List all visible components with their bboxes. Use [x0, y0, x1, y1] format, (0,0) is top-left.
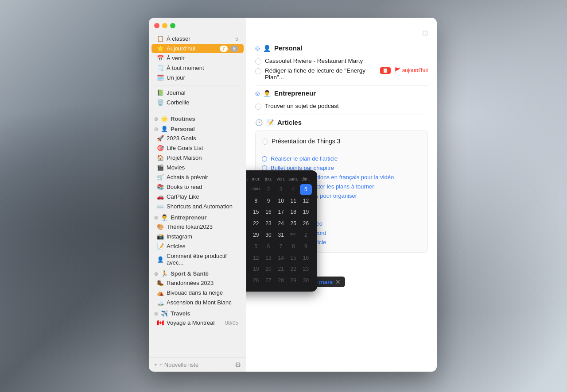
sidebar-item-theme[interactable]: 🎨 Thème lokan2023: [151, 222, 244, 231]
checkbox-podcast[interactable]: [255, 104, 261, 110]
cal-cell[interactable]: 25: [287, 218, 299, 229]
cal-cell[interactable]: 7: [275, 241, 287, 252]
cal-cell[interactable]: 29: [287, 275, 299, 286]
sidebar-item-carplay[interactable]: 🚗 CarPlay Like: [151, 192, 244, 201]
cal-cell[interactable]: 14: [275, 253, 287, 264]
sidebar-item-aclasser[interactable]: 📋 À classer 5: [151, 34, 244, 43]
task-presentation-header[interactable]: Présentation de Things 3: [262, 136, 421, 150]
cal-cell[interactable]: 22: [287, 264, 299, 275]
sidebar-item-movies[interactable]: 🎬 Movies: [151, 163, 244, 172]
cal-cell[interactable]: 9: [262, 196, 274, 207]
cal-cell[interactable]: 27: [262, 275, 274, 286]
deadline-close-button[interactable]: ✕: [335, 278, 341, 285]
cal-cell[interactable]: 6: [262, 241, 274, 252]
cal-cell-today[interactable]: 5: [300, 184, 312, 195]
checkbox-rediger[interactable]: [255, 68, 261, 74]
cal-cell[interactable]: 16: [262, 207, 274, 218]
cal-cell[interactable]: 9: [300, 241, 312, 252]
sidebar-item-lifegoals[interactable]: 🎯 Life Goals List: [151, 143, 244, 153]
cal-cell[interactable]: 25: [246, 275, 249, 286]
cal-cell[interactable]: 11: [246, 253, 249, 264]
sidebar-item-atoutmoment[interactable]: 🗒️ À tout moment: [151, 63, 244, 73]
sidebar-item-articles[interactable]: 📝 Articles: [151, 242, 244, 251]
cal-cell[interactable]: 26: [250, 275, 262, 286]
sidebar-item-montblanc[interactable]: 🏔️ Ascension du Mont Blanc: [151, 298, 244, 307]
checkbox-presentation[interactable]: [262, 138, 268, 145]
cal-cell[interactable]: 8: [287, 241, 299, 252]
cal-cell[interactable]: 28: [246, 184, 249, 195]
minimize-button[interactable]: [162, 23, 167, 28]
cal-cell[interactable]: 12: [300, 196, 312, 207]
section-travels[interactable]: ◎ ✈️ Travels: [149, 307, 246, 318]
cal-cell[interactable]: 2: [262, 184, 274, 195]
sidebar-item-projetmaison[interactable]: 🏠 Projet Maison: [151, 153, 244, 162]
sidebar-item-journal[interactable]: 📗 Journal: [151, 88, 244, 97]
task-podcast[interactable]: Trouver un sujet de podcast: [255, 101, 428, 111]
cal-cell[interactable]: 28: [246, 230, 249, 241]
sidebar-item-aujourdhui[interactable]: ⭐ Aujourd'hui 7 6: [151, 44, 244, 53]
close-button[interactable]: [154, 23, 159, 28]
expand-icon[interactable]: ⊡: [422, 29, 428, 37]
cal-cell[interactable]: 19: [300, 207, 312, 218]
collapse-personal[interactable]: ◎: [255, 45, 260, 51]
sidebar-item-unjour[interactable]: 🗓️ Un jour: [151, 73, 244, 82]
section-routines[interactable]: ◎ 🌟 Routines: [149, 113, 246, 123]
sidebar-item-montreal[interactable]: 🇨🇦 Voyage à Montreal 08/05: [151, 318, 244, 327]
cal-cell[interactable]: 10: [275, 196, 287, 207]
sidebar-item-books[interactable]: 📚 Books to read: [151, 182, 244, 192]
cal-cell[interactable]: 16: [300, 253, 312, 264]
maximize-button[interactable]: [170, 23, 175, 28]
cal-cell[interactable]: 18: [246, 264, 249, 275]
sidebar-item-instagram[interactable]: 📸 Instagram: [151, 232, 244, 241]
checkbox-cassoulet[interactable]: [255, 58, 261, 65]
cal-cell[interactable]: 17: [275, 207, 287, 218]
task-cassoulet[interactable]: Cassoulet Rivière - Restaurant Marty: [255, 56, 428, 66]
section-personal[interactable]: ◎ 👤 Personal: [149, 123, 246, 133]
cal-cell[interactable]: 15: [287, 253, 299, 264]
cal-cell[interactable]: 13: [262, 253, 274, 264]
sidebar-item-shortcuts[interactable]: ⌨️ Shortcuts and Automation: [151, 202, 244, 211]
cal-cell[interactable]: 2: [300, 230, 312, 241]
cal-cell[interactable]: 11: [287, 196, 299, 207]
subtask-0[interactable]: Réaliser le plan de l'article: [262, 154, 421, 163]
cal-cell[interactable]: 26: [300, 218, 312, 229]
sidebar-item-2023goals[interactable]: 🚀 2023 Goals: [151, 134, 244, 143]
cal-cell[interactable]: 23: [300, 264, 312, 275]
section-sport[interactable]: ◎ 🏃 Sport & Santé: [149, 268, 246, 278]
cal-cell[interactable]: 19: [250, 264, 262, 275]
settings-button[interactable]: ⚙: [235, 361, 241, 369]
cal-cell[interactable]: 12: [250, 253, 262, 264]
sidebar-item-productif[interactable]: 👤 Comment être productif avec...: [151, 251, 244, 267]
cal-cell[interactable]: 30: [262, 230, 274, 241]
sidebar-item-randonees[interactable]: 🥾 Randonnées 2023: [151, 278, 244, 288]
cal-cell[interactable]: 15: [250, 207, 262, 218]
new-list-button[interactable]: + + Nouvelle liste: [154, 361, 198, 368]
cal-cell[interactable]: 18: [287, 207, 299, 218]
cal-cell[interactable]: 24: [275, 218, 287, 229]
cal-cell[interactable]: 4: [246, 241, 249, 252]
cal-cell[interactable]: 4: [287, 184, 299, 195]
cal-cell[interactable]: 8: [250, 196, 262, 207]
cal-cell[interactable]: 14: [246, 207, 249, 218]
cal-cell[interactable]: 21: [275, 264, 287, 275]
cal-cell[interactable]: 28: [275, 275, 287, 286]
task-rediger[interactable]: Rédiger la fiche de lecture de "Energy P…: [255, 66, 428, 82]
sidebar-item-achats[interactable]: 🛒 Achats à prévoir: [151, 173, 244, 182]
tent-icon: ⛺: [157, 289, 164, 296]
sidebar-item-bivouac[interactable]: ⛺ Bivouac dans la neige: [151, 288, 244, 297]
sidebar-item-corbeille[interactable]: 🗑️ Corbeille: [151, 98, 244, 107]
section-entrepreneur[interactable]: ◎ 👨‍💼 Entrepreneur: [149, 211, 246, 222]
cal-cell[interactable]: 5: [250, 241, 262, 252]
cal-cell[interactable]: 29: [250, 230, 262, 241]
collapse-articles[interactable]: 🕐: [255, 119, 263, 126]
collapse-entrepreneur[interactable]: ◎: [255, 90, 260, 96]
sidebar-item-avenir[interactable]: 📅 À venir: [151, 54, 244, 63]
cal-cell[interactable]: 23: [262, 218, 274, 229]
cal-cell[interactable]: 22: [250, 218, 262, 229]
cal-cell[interactable]: 30: [300, 275, 312, 286]
cal-cell[interactable]: 3: [275, 184, 287, 195]
cal-cell[interactable]: 21: [246, 218, 249, 229]
cal-cell[interactable]: 7: [246, 196, 249, 207]
cal-cell[interactable]: 20: [262, 264, 274, 275]
cal-cell[interactable]: 31: [275, 230, 287, 241]
